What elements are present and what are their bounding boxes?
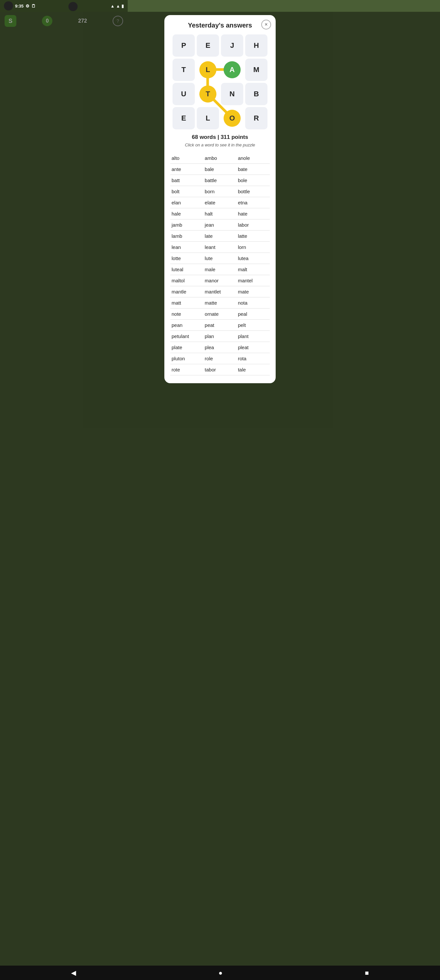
- settings-icon: ⚙: [25, 3, 29, 8]
- camera-circle-icon: [4, 1, 13, 11]
- battery-icon: ▮: [121, 3, 124, 8]
- status-bar: 9:35 ⚙ 🗒 ▲ ▲ ▮: [0, 0, 128, 12]
- signal-icon: ▲: [116, 3, 120, 8]
- time-display: 9:35: [15, 3, 24, 8]
- wifi-icon: ▲: [110, 3, 114, 8]
- note-icon: 🗒: [32, 3, 36, 8]
- modal-overlay: × Yesterday's answers P E J H T L A M U: [0, 12, 128, 295]
- status-bar-left: 9:35 ⚙ 🗒: [4, 1, 36, 11]
- notch-circle: [68, 2, 78, 11]
- status-bar-right: ▲ ▲ ▮: [110, 3, 124, 8]
